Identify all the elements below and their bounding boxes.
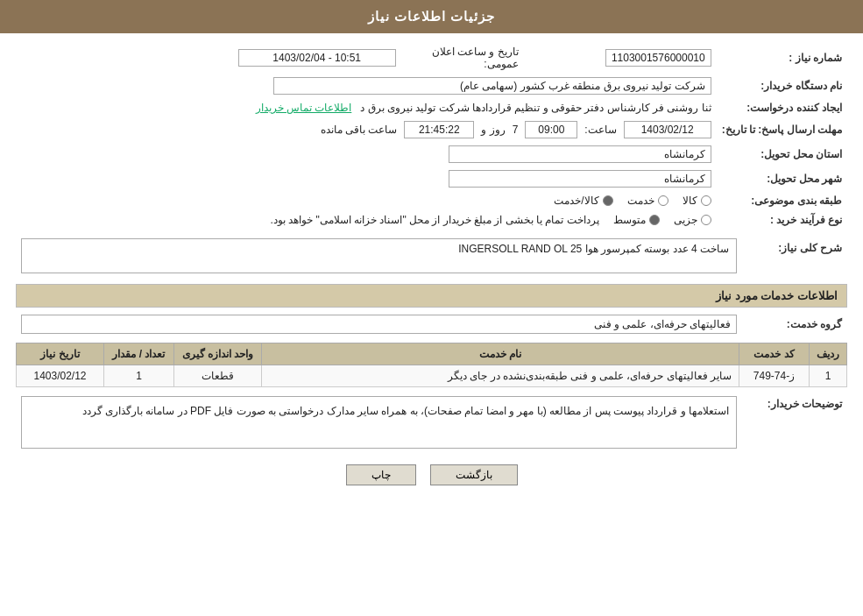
- need-desc-table: شرح کلی نیاز: ساخت 4 عدد بوسته کمپرسور ه…: [16, 235, 847, 277]
- buyer-org-label: نام دستگاه خریدار:: [717, 74, 847, 98]
- page-title: جزئیات اطلاعات نیاز: [368, 9, 495, 24]
- purchase-type-value: جزیی متوسط پرداخت تمام یا بخشی از مبلغ خ…: [16, 210, 717, 230]
- page-header: جزئیات اطلاعات نیاز: [0, 0, 863, 33]
- need-desc-value: ساخت 4 عدد بوسته کمپرسور هوا INGERSOLL R…: [16, 235, 742, 277]
- buyer-desc-text: استعلامها و قرارداد پیوست پس از مطالعه (…: [82, 405, 729, 417]
- category-option-kala-khedmat[interactable]: کالا/خدمت: [554, 195, 612, 207]
- service-group-label: گروه خدمت:: [742, 311, 847, 337]
- response-remaining-label: ساعت باقی مانده: [321, 124, 398, 136]
- response-time-box: 09:00: [525, 121, 577, 138]
- radio-kala-label: کالا: [683, 195, 697, 207]
- creator-value: ثنا روشنی فر کارشناس دفتر حقوقی و تنظیم …: [16, 98, 717, 117]
- need-number-label: شماره نیاز :: [717, 42, 847, 74]
- creator-text: ثنا روشنی فر کارشناس دفتر حقوقی و تنظیم …: [360, 102, 711, 114]
- need-number-box: 1103001576000010: [605, 49, 711, 67]
- radio-motevaset-label: متوسط: [613, 214, 646, 226]
- col-header-date: تاریخ نیاز: [17, 343, 104, 365]
- bottom-buttons: بازگشت چاپ: [16, 464, 847, 485]
- service-group-value: فعالیتهای حرفه‌ای، علمی و فنی: [16, 311, 742, 337]
- purchase-option-motevaset[interactable]: متوسط: [613, 214, 660, 226]
- category-option-khedmat[interactable]: خدمت: [627, 195, 668, 207]
- col-header-rownum: ردیف: [810, 343, 847, 365]
- buyer-desc-label: توضیحات خریدار:: [742, 393, 847, 452]
- buyer-desc-box: استعلامها و قرارداد پیوست پس از مطالعه (…: [21, 396, 737, 449]
- city-value: کرمانشاه: [16, 166, 717, 191]
- response-deadline-label: مهلت ارسال پاسخ: تا تاریخ:: [717, 117, 847, 142]
- response-days-val: 7: [513, 124, 519, 136]
- creator-label: ایجاد کننده درخواست:: [717, 98, 847, 117]
- need-desc-box: ساخت 4 عدد بوسته کمپرسور هوا INGERSOLL R…: [21, 238, 737, 273]
- purchase-note: پرداخت تمام یا بخشی از مبلغ خریدار از مح…: [270, 214, 598, 226]
- response-date-box: 1403/02/12: [624, 121, 711, 138]
- province-value: کرمانشاه: [16, 142, 717, 166]
- radio-motevaset-icon: [649, 215, 660, 225]
- info-table: شماره نیاز : 1103001576000010 تاریخ و سا…: [16, 42, 847, 230]
- back-button[interactable]: بازگشت: [430, 464, 518, 485]
- radio-khedmat-icon: [658, 195, 668, 206]
- col-header-name: نام خدمت: [262, 343, 739, 365]
- contact-link[interactable]: اطلاعات تماس خریدار: [256, 102, 352, 114]
- city-label: شهر محل تحویل:: [717, 166, 847, 191]
- cell-count: 1: [104, 365, 174, 387]
- category-value: کالا خدمت کالا/خدمت: [16, 191, 717, 210]
- buyer-desc-table: توضیحات خریدار: استعلامها و قرارداد پیوس…: [16, 393, 847, 452]
- response-deadline-value: 1403/02/12 ساعت: 09:00 7 روز و 21:45:22 …: [16, 117, 717, 142]
- public-announce-value: 1403/02/04 - 10:51: [16, 42, 401, 74]
- public-announce-label: تاریخ و ساعت اعلان عمومی:: [401, 42, 524, 74]
- print-button[interactable]: چاپ: [346, 464, 416, 485]
- services-section-header: اطلاعات خدمات مورد نیاز: [16, 284, 847, 308]
- col-header-code: کد خدمت: [739, 343, 810, 365]
- purchase-option-jozi[interactable]: جزیی: [674, 214, 711, 226]
- purchase-type-label: نوع فرآیند خرید :: [717, 210, 847, 230]
- service-group-box: فعالیتهای حرفه‌ای، علمی و فنی: [21, 315, 737, 334]
- response-day-label: روز و: [481, 124, 505, 136]
- radio-kala-khedmat-label: کالا/خدمت: [554, 195, 598, 207]
- radio-jozi-icon: [701, 215, 711, 225]
- cell-date: 1403/02/12: [17, 365, 104, 387]
- service-group-table: گروه خدمت: فعالیتهای حرفه‌ای، علمی و فنی: [16, 311, 847, 337]
- need-number-value: 1103001576000010: [524, 42, 717, 74]
- province-label: استان محل تحویل:: [717, 142, 847, 166]
- cell-rownum: 1: [810, 365, 847, 387]
- need-desc-label: شرح کلی نیاز:: [742, 235, 847, 277]
- need-desc-text: ساخت 4 عدد بوسته کمپرسور هوا INGERSOLL R…: [458, 243, 729, 255]
- col-header-count: تعداد / مقدار: [104, 343, 174, 365]
- radio-khedmat-label: خدمت: [627, 195, 654, 207]
- buyer-org-value: شرکت تولید نیروی برق منطقه غرب کشور (سها…: [16, 74, 717, 98]
- cell-name: سایر فعالیتهای حرفه‌ای، علمی و فنی طبقه‌…: [262, 365, 739, 387]
- buyer-desc-value: استعلامها و قرارداد پیوست پس از مطالعه (…: [16, 393, 742, 452]
- radio-kala-khedmat-icon: [603, 195, 613, 206]
- services-table: ردیف کد خدمت نام خدمت واحد اندازه گیری ت…: [16, 343, 847, 387]
- radio-kala-icon: [701, 195, 711, 206]
- response-time-label: ساعت:: [584, 124, 616, 136]
- response-remaining-box: 21:45:22: [404, 121, 474, 138]
- category-option-kala[interactable]: کالا: [683, 195, 711, 207]
- table-row: 1 ز-74-749 سایر فعالیتهای حرفه‌ای، علمی …: [17, 365, 847, 387]
- cell-unit: قطعات: [174, 365, 262, 387]
- col-header-unit: واحد اندازه گیری: [174, 343, 262, 365]
- category-label: طبقه بندی موضوعی:: [717, 191, 847, 210]
- cell-code: ز-74-749: [739, 365, 810, 387]
- radio-jozi-label: جزیی: [674, 214, 697, 226]
